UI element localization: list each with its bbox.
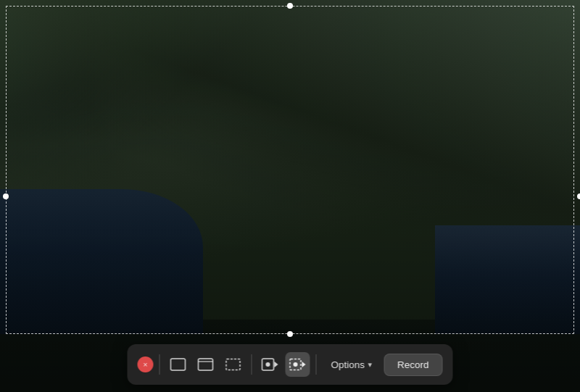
close-button[interactable]: × — [137, 356, 153, 372]
screenshot-selection-icon — [225, 358, 241, 371]
main-screen: × — [0, 0, 580, 392]
record-full-icon — [261, 358, 278, 371]
close-icon: × — [143, 360, 147, 369]
screenshot-full-icon — [170, 358, 186, 371]
record-label: Record — [397, 359, 429, 370]
svg-rect-3 — [226, 359, 240, 370]
toolbar: × — [127, 344, 452, 385]
handle-right[interactable] — [577, 193, 580, 199]
svg-point-8 — [293, 362, 297, 367]
screenshot-window-button[interactable] — [193, 352, 218, 377]
screenshot-selection-button[interactable] — [220, 352, 245, 377]
screenshot-window-icon — [197, 358, 213, 371]
record-selection-icon — [289, 358, 306, 371]
svg-marker-6 — [274, 362, 278, 367]
record-button[interactable]: Record — [384, 354, 443, 376]
divider-3 — [315, 354, 316, 375]
handle-left[interactable] — [3, 193, 9, 199]
svg-marker-9 — [302, 362, 305, 367]
record-selection-button[interactable] — [285, 352, 310, 377]
screenshot-full-button[interactable] — [165, 352, 190, 377]
handle-top[interactable] — [287, 3, 293, 9]
record-full-button[interactable] — [257, 352, 282, 377]
options-button[interactable]: Options ▾ — [322, 355, 381, 375]
chevron-down-icon: ▾ — [368, 360, 372, 370]
divider-2 — [251, 354, 252, 375]
svg-rect-1 — [198, 359, 212, 370]
options-label: Options — [331, 359, 365, 370]
svg-rect-0 — [170, 359, 185, 370]
divider-1 — [159, 354, 160, 375]
svg-point-5 — [265, 362, 270, 367]
handle-bottom[interactable] — [287, 331, 293, 337]
